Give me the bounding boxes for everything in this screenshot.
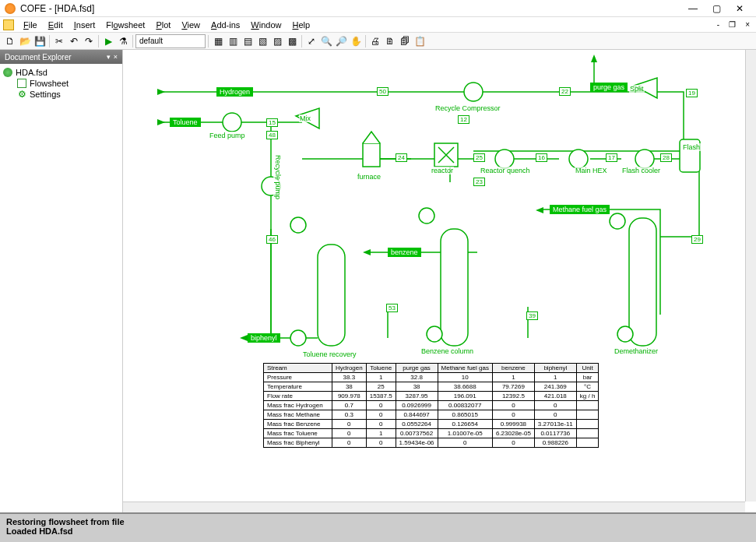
explorer-header: Document Explorer ▾ × (0, 50, 122, 64)
canvas-scroll-h[interactable] (123, 502, 745, 512)
s15[interactable]: 15 (266, 118, 278, 127)
cut-icon[interactable]: ✂ (52, 34, 66, 48)
s24[interactable]: 24 (396, 153, 407, 162)
tool-4-icon[interactable]: ▧ (255, 34, 269, 48)
purgegas-stream[interactable]: purge gas (590, 83, 628, 92)
log-panel: Restoring flowsheet from file Loaded HDA… (0, 512, 756, 542)
svg-rect-10 (318, 245, 345, 346)
recyclecomp-label: Recycle Compressor (434, 104, 501, 112)
zoom-out-icon[interactable]: 🔎 (334, 34, 348, 48)
toolbar: 🗋 📂 💾 ✂ ↶ ↷ ▶ ⚗ default ▦ ▥ ▤ ▧ ▨ ▩ ⤢ 🔍 … (0, 33, 756, 50)
mdi-minimize[interactable]: - (714, 20, 723, 29)
benzene-stream[interactable]: benzene (388, 248, 421, 257)
svg-point-15 (419, 208, 434, 223)
explorer-close-icon[interactable]: × (114, 53, 118, 61)
explorer-title: Document Explorer (5, 53, 72, 62)
open-icon[interactable]: 📂 (18, 34, 32, 48)
svg-point-16 (427, 326, 442, 342)
menu-addins[interactable]: Add-ins (206, 19, 244, 31)
explorer-tree: HDA.fsd Flowsheet ⚙ Settings (0, 64, 122, 512)
titlebar: COFE - [HDA.fsd] — ▢ ✕ (0, 0, 756, 17)
s17[interactable]: 17 (606, 153, 617, 162)
biphenyl-stream[interactable]: biphenyl (248, 333, 280, 343)
mdi-close[interactable]: × (742, 20, 753, 29)
doc-icon (3, 68, 12, 77)
menu-edit[interactable]: Edit (44, 19, 68, 31)
new-icon[interactable]: 🗋 (3, 34, 17, 48)
s48[interactable]: 48 (266, 131, 278, 139)
log-line-1: Restoring flowsheet from file (6, 517, 750, 526)
flowsheet-icon (17, 79, 26, 88)
tree-root[interactable]: HDA.fsd (3, 67, 119, 78)
close-button[interactable]: ✕ (728, 2, 751, 16)
mainhex-label: Main HEX (575, 167, 608, 174)
svg-marker-23 (240, 335, 248, 341)
s39[interactable]: 39 (526, 311, 538, 320)
svg-rect-11 (441, 229, 468, 346)
s22[interactable]: 22 (559, 87, 571, 96)
style-dropdown[interactable]: default (135, 34, 206, 48)
zoom-fit-icon[interactable]: ⤢ (304, 34, 318, 48)
s19[interactable]: 19 (686, 89, 698, 97)
tool-3-icon[interactable]: ▤ (241, 34, 255, 48)
s46[interactable]: 46 (266, 235, 278, 244)
menu-plot[interactable]: Plot (151, 19, 175, 31)
tree-flowsheet[interactable]: Flowsheet (3, 78, 119, 89)
minimize-button[interactable]: — (681, 2, 705, 16)
furnace-label: furnace (357, 173, 382, 181)
tool-2-icon[interactable]: ▥ (226, 34, 240, 48)
flowsheet-canvas[interactable]: Hydrogen Toluene purge gas Methane fuel … (123, 50, 756, 512)
canvas-scroll-v[interactable] (745, 50, 756, 502)
menu-view[interactable]: View (177, 19, 205, 31)
menu-insert[interactable]: Insert (69, 19, 100, 31)
svg-marker-20 (157, 89, 165, 95)
menu-flowsheet[interactable]: Flowsheet (101, 19, 149, 31)
menu-window[interactable]: Window (246, 19, 286, 31)
redo-icon[interactable]: ↷ (82, 34, 96, 48)
s50[interactable]: 50 (377, 87, 389, 96)
svg-point-13 (290, 217, 306, 233)
pan-icon[interactable]: ✋ (349, 34, 363, 48)
menu-file[interactable]: File (19, 19, 42, 31)
report-icon[interactable]: 📋 (413, 34, 427, 48)
s16[interactable]: 16 (536, 153, 547, 162)
mdi-restore[interactable]: ❐ (726, 20, 739, 29)
s53[interactable]: 53 (386, 304, 398, 312)
menubar: File Edit Insert Flowsheet Plot View Add… (0, 17, 756, 33)
stream-data-table[interactable]: StreamHydrogenToluenepurge gasMethane fu… (263, 363, 599, 448)
s12[interactable]: 12 (458, 115, 469, 124)
tool-6-icon[interactable]: ▩ (285, 34, 299, 48)
run-icon[interactable]: ▶ (101, 34, 115, 48)
reactorquench-label: Reactor quench (480, 167, 531, 174)
export-icon[interactable]: 🗐 (398, 34, 412, 48)
svg-point-5 (635, 150, 654, 168)
print-icon[interactable]: 🖨 (368, 34, 382, 48)
s23[interactable]: 23 (473, 178, 485, 186)
preview-icon[interactable]: 🗎 (383, 34, 397, 48)
document-explorer: Document Explorer ▾ × HDA.fsd Flowsheet … (0, 50, 123, 512)
toluene-stream[interactable]: Toluene (170, 118, 201, 127)
svg-point-4 (569, 150, 588, 168)
zoom-in-icon[interactable]: 🔍 (319, 34, 333, 48)
hydrogen-stream[interactable]: Hydrogen (216, 87, 253, 97)
svg-marker-21 (157, 119, 165, 125)
maximize-button[interactable]: ▢ (705, 2, 728, 16)
svg-marker-22 (591, 55, 597, 62)
tree-settings[interactable]: ⚙ Settings (3, 89, 119, 100)
svg-point-17 (610, 213, 625, 229)
tool-1-icon[interactable]: ▦ (211, 34, 225, 48)
s29[interactable]: 29 (691, 235, 703, 244)
mix-label: Mix (299, 114, 311, 122)
split-label: Split (629, 85, 645, 93)
menu-help[interactable]: Help (287, 19, 315, 31)
window-title: COFE - [HDA.fsd] (20, 3, 681, 14)
svg-point-2 (464, 83, 483, 101)
save-icon[interactable]: 💾 (33, 34, 47, 48)
methanefuel-stream[interactable]: Methane fuel gas (550, 205, 610, 214)
tool-5-icon[interactable]: ▨ (270, 34, 284, 48)
s28[interactable]: 28 (660, 153, 672, 162)
s25[interactable]: 25 (473, 153, 485, 162)
explorer-pin-icon[interactable]: ▾ (107, 53, 111, 61)
undo-icon[interactable]: ↶ (67, 34, 81, 48)
config-icon[interactable]: ⚗ (116, 34, 130, 48)
